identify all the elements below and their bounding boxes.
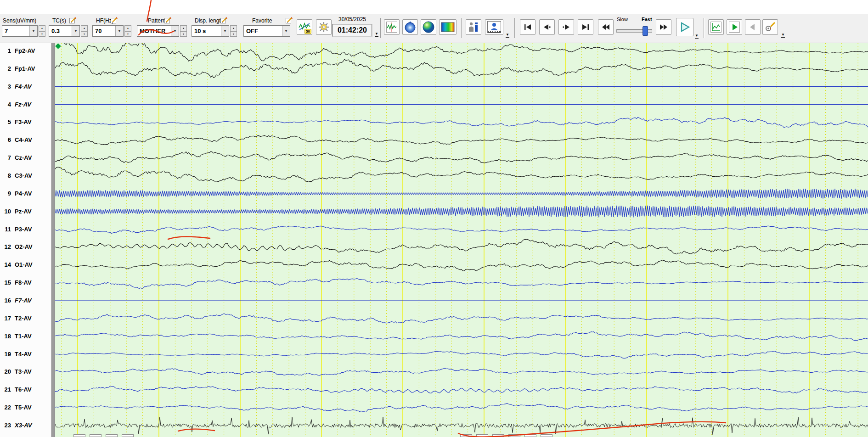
sens-combo[interactable]: 7 ▼ [2,25,38,37]
chevron-down-icon[interactable]: ▼ [72,26,79,36]
channel-label-X3-AV[interactable]: 23X3-AV [0,421,51,429]
edit-pencil-icon[interactable] [286,17,293,23]
spin-up-icon[interactable]: ▲ [39,25,45,31]
channel-label-F8-AV[interactable]: 15F8-AV [0,279,51,286]
event-marker-box[interactable] [508,434,520,437]
hf-combo[interactable]: 70 ▼ [92,25,124,37]
auto-play-button[interactable] [727,19,742,35]
event-marker-box[interactable] [524,434,536,437]
colormap-icon [441,22,455,32]
disp-length-combo[interactable]: 10 s ▼ [192,25,229,37]
channel-label-T4-AV[interactable]: 19T4-AV [0,350,51,358]
colormap-button[interactable] [439,19,457,35]
montage-settings-button[interactable] [316,19,332,35]
channel-label-T6-AV[interactable]: 21T6-AV [0,386,51,393]
chevron-down-icon[interactable]: ▼ [29,26,37,36]
event-marker-box[interactable] [460,434,472,437]
chevron-down-icon[interactable]: ▼ [282,26,290,36]
waveform-view-button[interactable] [384,19,400,35]
play-button[interactable] [676,18,693,36]
channel-name: Cz-AV [15,154,32,161]
hf-spinner[interactable]: ▲▼ [124,25,131,37]
channel-label-P3-AV[interactable]: 11P3-AV [0,225,51,233]
channel-label-T5-AV[interactable]: 22T5-AV [0,403,51,411]
chevron-down-icon[interactable]: ▼ [171,26,179,36]
chevron-down-icon[interactable]: ▼ [221,26,229,36]
skip-to-start-button[interactable] [520,19,535,35]
3d-map-button[interactable] [421,19,436,35]
channel-label-Cz-AV[interactable]: 7Cz-AV [0,154,51,162]
event-marker-box[interactable] [541,434,552,437]
step-forward-button[interactable] [558,19,574,35]
speed-slow-label: Slow [617,17,628,22]
patient-info-button[interactable] [466,19,481,35]
channel-label-T1-AV[interactable]: 18T1-AV [0,332,51,340]
channel-label-F4-AV[interactable]: 3F4-AV [0,83,51,90]
spin-down-icon[interactable]: ▼ [230,31,237,37]
event-marker-box[interactable] [492,434,504,437]
event-marker-box[interactable] [122,434,134,437]
video-menu-arrow-icon[interactable]: ▼ [506,33,509,38]
back-page-button[interactable] [745,19,761,35]
channel-label-O1-AV[interactable]: 14O1-AV [0,261,51,269]
chevron-down-icon[interactable]: ▼ [115,26,123,36]
sens-spinner[interactable]: ▲▼ [39,25,45,37]
channel-label-F7-AV[interactable]: 16F7-AV [0,297,51,304]
spin-down-icon[interactable]: ▼ [81,31,88,37]
tools-settings-button[interactable] [762,19,778,35]
channel-number: 2 [0,65,11,72]
spin-up-icon[interactable]: ▲ [124,25,131,31]
spin-up-icon[interactable]: ▲ [230,25,237,31]
rewind-button[interactable] [598,19,614,35]
event-marker-box[interactable] [476,434,488,437]
event-marker-box[interactable] [73,434,85,437]
skip-to-end-button[interactable] [578,19,593,35]
time-menu-arrow-icon[interactable]: ▼ [375,32,378,37]
channel-label-T2-AV[interactable]: 17T2-AV [0,314,51,322]
spin-down-icon[interactable]: ▼ [180,31,187,37]
edit-pencil-icon[interactable] [164,17,172,23]
pattern-spinner[interactable]: ▲▼ [180,25,187,37]
tools-menu-arrow-icon[interactable]: ▼ [781,33,785,38]
pattern-combo[interactable]: MOTHER ▼ [137,25,179,37]
edit-pencil-icon[interactable] [69,17,77,23]
channel-label-Pz-AV[interactable]: 10Pz-AV [0,207,51,215]
waveform-icon [386,22,397,33]
channel-label-Fp1-AV[interactable]: 2Fp1-AV [0,65,51,73]
spin-up-icon[interactable]: ▲ [81,25,88,31]
spin-down-icon[interactable]: ▼ [39,31,45,37]
channel-name: T5-AV [15,404,32,411]
channel-label-T3-AV[interactable]: 20T3-AV [0,368,51,375]
channel-label-Fp2-AV[interactable]: 1Fp2-AV [0,47,51,55]
tc-combo[interactable]: 0.3 ▼ [49,25,80,37]
favorite-combo[interactable]: OFF ▼ [243,25,290,37]
tc-spinner[interactable]: ▲▼ [81,25,88,37]
channel-label-P4-AV[interactable]: 9P4-AV [0,190,51,197]
step-back-button[interactable] [539,19,555,35]
channel-label-C4-AV[interactable]: 6C4-AV [0,136,51,144]
speed-slider-handle[interactable] [643,26,648,36]
edit-pencil-icon[interactable] [111,17,118,23]
channel-label-F3-AV[interactable]: 5F3-AV [0,118,51,126]
brain-map-button[interactable] [402,19,418,35]
fast-forward-button[interactable] [656,19,671,35]
filter-notch-button[interactable]: 50 [297,19,312,35]
channel-name: Fp2-AV [15,47,35,54]
channel-label-O2-AV[interactable]: 12O2-AV [0,243,51,251]
disp-length-spinner[interactable]: ▲▼ [230,25,237,37]
channel-label-column: 1Fp2-AV2Fp1-AV3F4-AV4Fz-AV5F3-AV6C4-AV7C… [0,43,51,437]
channel-label-C3-AV[interactable]: 8C3-AV [0,172,51,179]
event-marker-box[interactable] [106,434,118,437]
channel-label-Fz-AV[interactable]: 4Fz-AV [0,101,51,108]
video-sync-button[interactable] [485,19,503,35]
eeg-trace-canvas[interactable] [55,43,868,437]
spin-up-icon[interactable]: ▲ [180,25,187,31]
edit-pencil-icon[interactable] [220,17,228,23]
play-menu-arrow-icon[interactable]: ▼ [695,34,699,39]
channel-name: F7-AV [15,297,32,304]
event-marker-box[interactable] [90,434,101,437]
spin-down-icon[interactable]: ▼ [124,31,131,37]
channel-drag-strip[interactable] [51,43,55,437]
channel-name: Pz-AV [15,208,32,215]
trend-chart-button[interactable] [708,19,724,35]
